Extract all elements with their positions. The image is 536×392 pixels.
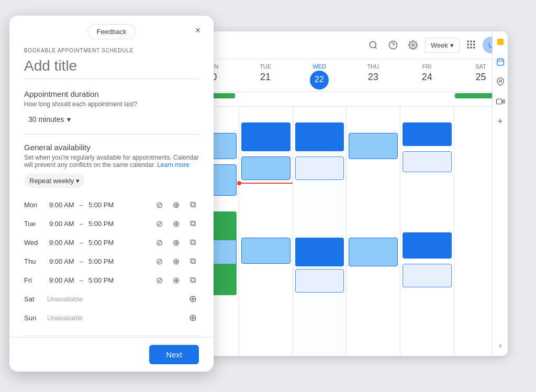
note-icon-button[interactable]: [494, 36, 507, 48]
fri-copy-button[interactable]: ⧉: [186, 274, 199, 286]
svg-rect-10: [473, 43, 475, 45]
duration-chevron: ▾: [67, 115, 71, 124]
day-sat-label: Sat: [24, 295, 43, 303]
next-button[interactable]: Next: [149, 345, 199, 364]
mon-time-range: 9:00 AM – 5:00 PM: [47, 200, 149, 210]
tue-start-time[interactable]: 9:00 AM: [47, 219, 76, 229]
mon-end-time[interactable]: 5:00 PM: [86, 200, 116, 210]
calendar-event[interactable]: [349, 133, 398, 159]
calendar-icon-button[interactable]: [494, 55, 507, 68]
fri-end-time[interactable]: 5:00 PM: [86, 275, 116, 285]
calendar-event[interactable]: [403, 151, 452, 172]
svg-line-1: [375, 47, 376, 48]
wed-add-button[interactable]: ⊕: [170, 236, 182, 249]
calendar-sidebar: + ›: [492, 31, 508, 356]
sat-add-button[interactable]: ⊕: [186, 293, 199, 305]
calendar-event[interactable]: [295, 269, 344, 293]
svg-rect-14: [497, 39, 504, 45]
repeat-weekly-button[interactable]: Repeat weekly ▾: [24, 174, 85, 188]
calendar-event[interactable]: [241, 156, 291, 180]
divider-1: [24, 134, 199, 135]
svg-rect-12: [470, 47, 472, 48]
tue-actions: ⊘ ⊕ ⧉: [153, 217, 199, 230]
tue-copy-button[interactable]: ⧉: [186, 217, 199, 230]
thu-add-button[interactable]: ⊕: [170, 255, 182, 267]
fri-time-range: 9:00 AM – 5:00 PM: [47, 275, 149, 285]
svg-rect-6: [470, 40, 472, 42]
duration-select-button[interactable]: 30 minutes ▾: [24, 113, 75, 126]
availability-row-thu: Thu 9:00 AM – 5:00 PM ⊘ ⊕ ⧉: [24, 252, 199, 271]
repeat-chevron: ▾: [76, 177, 80, 185]
add-sidebar-button[interactable]: +: [494, 115, 507, 128]
availability-row-mon: Mon 9:00 AM – 5:00 PM ⊘ ⊕ ⧉: [24, 195, 199, 214]
mon-delete-button[interactable]: ⊘: [153, 198, 165, 211]
week-chevron: ▾: [450, 41, 454, 49]
wed-end-time[interactable]: 5:00 PM: [86, 238, 116, 248]
thu-delete-button[interactable]: ⊘: [153, 255, 165, 267]
wed-actions: ⊘ ⊕ ⧉: [153, 236, 199, 249]
svg-point-4: [412, 44, 415, 47]
tue-add-button[interactable]: ⊕: [170, 217, 182, 230]
learn-more-link[interactable]: Learn more: [157, 161, 189, 169]
mon-actions: ⊘ ⊕ ⧉: [153, 198, 199, 211]
calendar-event[interactable]: [295, 156, 344, 180]
calendar-event[interactable]: [295, 122, 344, 151]
feedback-button[interactable]: Feedback: [87, 24, 135, 39]
mon-copy-button[interactable]: ⧉: [186, 198, 199, 211]
schedule-type-label: BOOKABLE APPOINTMENT SCHEDULE: [24, 48, 199, 53]
wed-delete-button[interactable]: ⊘: [153, 236, 165, 249]
title-input[interactable]: [24, 55, 199, 79]
mon-start-time[interactable]: 9:00 AM: [47, 200, 76, 210]
thu-end-time[interactable]: 5:00 PM: [86, 256, 116, 266]
settings-icon-button[interactable]: [405, 37, 421, 53]
svg-rect-8: [467, 43, 469, 45]
expand-sidebar-button[interactable]: ›: [494, 339, 507, 352]
sat-unavailable: Unavailable: [47, 295, 83, 303]
fri-add-button[interactable]: ⊕: [170, 274, 182, 286]
thu-actions: ⊘ ⊕ ⧉: [153, 255, 199, 267]
map-icon-button[interactable]: [494, 75, 507, 88]
availability-row-sun: Sun Unavailable ⊕: [24, 308, 199, 327]
day-thu: THU 23: [346, 61, 400, 89]
duration-title: Appointment duration: [24, 89, 199, 98]
calendar-event[interactable]: [295, 238, 344, 266]
dialog-body: BOOKABLE APPOINTMENT SCHEDULE Appointmen…: [9, 43, 214, 337]
duration-subtitle: How long should each appointment last?: [24, 100, 199, 108]
dialog-footer: Next: [9, 337, 214, 372]
thu-start-time[interactable]: 9:00 AM: [47, 256, 76, 266]
thu-copy-button[interactable]: ⧉: [186, 255, 199, 267]
svg-marker-20: [501, 100, 504, 104]
mon-add-button[interactable]: ⊕: [170, 198, 182, 211]
calendar-event[interactable]: [241, 122, 291, 151]
calendar-event[interactable]: [403, 264, 452, 287]
meet-icon-button[interactable]: [494, 95, 507, 108]
calendar-event[interactable]: [403, 122, 452, 146]
sun-add-button[interactable]: ⊕: [186, 311, 199, 324]
thu-time-range: 9:00 AM – 5:00 PM: [47, 256, 149, 266]
svg-point-19: [499, 80, 501, 82]
calendar-event[interactable]: [241, 238, 291, 264]
wed-start-time[interactable]: 9:00 AM: [47, 238, 76, 248]
close-button[interactable]: ×: [191, 23, 205, 38]
day-tue: TUE 21: [239, 61, 293, 89]
calendar-event[interactable]: [349, 238, 398, 266]
day-wed-label: Wed: [24, 239, 43, 247]
col-thu: [346, 107, 400, 356]
availability-row-wed: Wed 9:00 AM – 5:00 PM ⊘ ⊕ ⧉: [24, 233, 199, 252]
tue-delete-button[interactable]: ⊘: [153, 217, 165, 230]
day-sun-label: Sun: [24, 314, 43, 322]
fri-start-time[interactable]: 9:00 AM: [47, 275, 76, 285]
col-wed: [293, 107, 347, 356]
wed-copy-button[interactable]: ⧉: [186, 236, 199, 249]
help-icon-button[interactable]: [385, 37, 401, 53]
calendar-event[interactable]: [403, 232, 452, 259]
svg-rect-11: [467, 47, 469, 48]
grid-apps-button[interactable]: [464, 37, 478, 53]
search-icon-button[interactable]: [365, 37, 381, 53]
tue-end-time[interactable]: 5:00 PM: [86, 219, 116, 229]
fri-actions: ⊘ ⊕ ⧉: [153, 274, 199, 286]
duration-value: 30 minutes: [28, 115, 64, 124]
week-view-button[interactable]: Week ▾: [425, 38, 460, 53]
col-tue: [239, 107, 293, 356]
fri-delete-button[interactable]: ⊘: [153, 274, 165, 286]
